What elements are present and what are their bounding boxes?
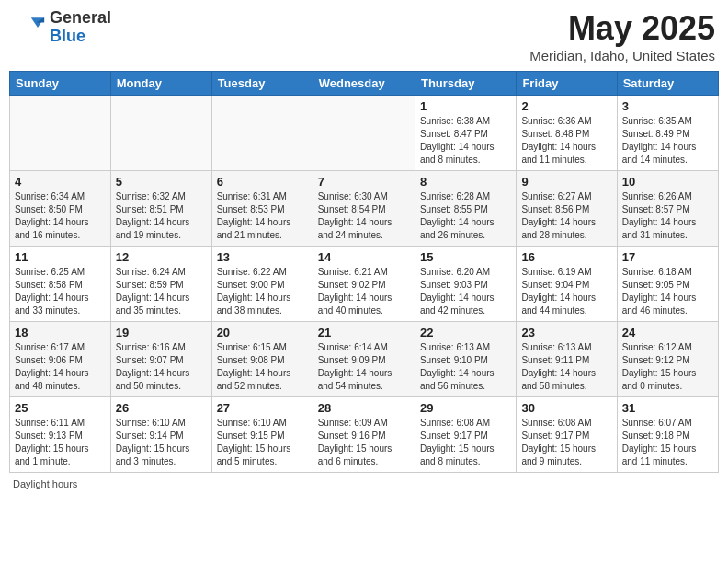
day-info: Sunrise: 6:19 AM Sunset: 9:04 PM Dayligh… xyxy=(521,266,611,317)
day-info: Sunrise: 6:07 AM Sunset: 9:18 PM Dayligh… xyxy=(622,417,713,468)
calendar-cell: 19Sunrise: 6:16 AM Sunset: 9:07 PM Dayli… xyxy=(110,322,211,397)
day-number: 21 xyxy=(318,326,410,339)
day-number: 23 xyxy=(521,326,611,339)
day-info: Sunrise: 6:27 AM Sunset: 8:56 PM Dayligh… xyxy=(521,190,611,242)
calendar-cell: 15Sunrise: 6:20 AM Sunset: 9:03 PM Dayli… xyxy=(415,247,516,322)
calendar-header-row: SundayMondayTuesdayWednesdayThursdayFrid… xyxy=(10,72,719,96)
day-number: 22 xyxy=(420,326,511,339)
day-number: 14 xyxy=(318,250,410,264)
day-info: Sunrise: 6:12 AM Sunset: 9:12 PM Dayligh… xyxy=(622,341,713,393)
day-number: 12 xyxy=(116,250,207,264)
calendar-week-row: 18Sunrise: 6:17 AM Sunset: 9:06 PM Dayli… xyxy=(10,322,719,397)
calendar-day-header: Saturday xyxy=(617,72,718,96)
calendar-cell: 27Sunrise: 6:10 AM Sunset: 9:15 PM Dayli… xyxy=(211,397,313,473)
day-info: Sunrise: 6:16 AM Sunset: 9:07 PM Dayligh… xyxy=(116,341,207,393)
calendar-day-header: Monday xyxy=(110,72,211,96)
day-number: 1 xyxy=(420,99,511,113)
day-number: 25 xyxy=(15,401,106,415)
logo-icon xyxy=(13,11,46,44)
calendar-day-header: Wednesday xyxy=(313,72,415,96)
calendar-cell: 6Sunrise: 6:31 AM Sunset: 8:53 PM Daylig… xyxy=(211,171,313,247)
day-number: 24 xyxy=(622,326,713,339)
calendar-cell: 23Sunrise: 6:13 AM Sunset: 9:11 PM Dayli… xyxy=(517,322,617,397)
day-info: Sunrise: 6:34 AM Sunset: 8:50 PM Dayligh… xyxy=(15,190,106,242)
day-info: Sunrise: 6:20 AM Sunset: 9:03 PM Dayligh… xyxy=(420,266,511,317)
day-info: Sunrise: 6:14 AM Sunset: 9:09 PM Dayligh… xyxy=(318,341,410,393)
calendar-day-header: Thursday xyxy=(415,72,516,96)
calendar-cell: 31Sunrise: 6:07 AM Sunset: 9:18 PM Dayli… xyxy=(617,397,718,473)
calendar-cell: 3Sunrise: 6:35 AM Sunset: 8:49 PM Daylig… xyxy=(617,96,718,171)
day-number: 2 xyxy=(521,99,611,113)
calendar-cell xyxy=(313,96,415,171)
day-number: 10 xyxy=(622,175,713,189)
calendar-day-header: Sunday xyxy=(10,72,111,96)
day-info: Sunrise: 6:08 AM Sunset: 9:17 PM Dayligh… xyxy=(521,417,611,468)
logo-general-text: General xyxy=(50,9,111,28)
calendar-cell: 9Sunrise: 6:27 AM Sunset: 8:56 PM Daylig… xyxy=(517,171,617,247)
calendar-cell: 4Sunrise: 6:34 AM Sunset: 8:50 PM Daylig… xyxy=(10,171,111,247)
title-block: May 2025 Meridian, Idaho, United States xyxy=(529,9,715,63)
day-number: 26 xyxy=(116,401,207,415)
day-info: Sunrise: 6:18 AM Sunset: 9:05 PM Dayligh… xyxy=(622,266,713,317)
day-info: Sunrise: 6:22 AM Sunset: 9:00 PM Dayligh… xyxy=(217,266,308,317)
day-number: 19 xyxy=(116,326,207,339)
calendar-cell: 12Sunrise: 6:24 AM Sunset: 8:59 PM Dayli… xyxy=(110,247,211,322)
footer-label: Daylight hours xyxy=(13,478,77,489)
day-info: Sunrise: 6:24 AM Sunset: 8:59 PM Dayligh… xyxy=(116,266,207,317)
calendar-cell: 20Sunrise: 6:15 AM Sunset: 9:08 PM Dayli… xyxy=(211,322,313,397)
day-info: Sunrise: 6:28 AM Sunset: 8:55 PM Dayligh… xyxy=(420,190,511,242)
day-number: 11 xyxy=(15,250,106,264)
calendar-cell: 21Sunrise: 6:14 AM Sunset: 9:09 PM Dayli… xyxy=(313,322,415,397)
day-info: Sunrise: 6:36 AM Sunset: 8:48 PM Dayligh… xyxy=(521,115,611,167)
day-info: Sunrise: 6:13 AM Sunset: 9:11 PM Dayligh… xyxy=(521,341,611,393)
day-info: Sunrise: 6:35 AM Sunset: 8:49 PM Dayligh… xyxy=(622,115,713,167)
day-number: 13 xyxy=(217,250,308,264)
day-info: Sunrise: 6:31 AM Sunset: 8:53 PM Dayligh… xyxy=(217,190,308,242)
calendar-week-row: 4Sunrise: 6:34 AM Sunset: 8:50 PM Daylig… xyxy=(10,171,719,247)
day-number: 3 xyxy=(622,99,713,113)
day-number: 29 xyxy=(420,401,511,415)
day-info: Sunrise: 6:32 AM Sunset: 8:51 PM Dayligh… xyxy=(116,190,207,242)
calendar-cell: 11Sunrise: 6:25 AM Sunset: 8:58 PM Dayli… xyxy=(10,247,111,322)
day-info: Sunrise: 6:30 AM Sunset: 8:54 PM Dayligh… xyxy=(318,190,410,242)
day-info: Sunrise: 6:17 AM Sunset: 9:06 PM Dayligh… xyxy=(15,341,106,393)
calendar-cell xyxy=(211,96,313,171)
day-number: 8 xyxy=(420,175,511,189)
day-info: Sunrise: 6:10 AM Sunset: 9:14 PM Dayligh… xyxy=(116,417,207,468)
calendar-cell: 22Sunrise: 6:13 AM Sunset: 9:10 PM Dayli… xyxy=(415,322,516,397)
day-info: Sunrise: 6:10 AM Sunset: 9:15 PM Dayligh… xyxy=(217,417,308,468)
day-number: 28 xyxy=(318,401,410,415)
day-number: 7 xyxy=(318,175,410,189)
calendar-cell xyxy=(110,96,211,171)
day-number: 6 xyxy=(217,175,308,189)
calendar-cell: 18Sunrise: 6:17 AM Sunset: 9:06 PM Dayli… xyxy=(10,322,111,397)
day-info: Sunrise: 6:21 AM Sunset: 9:02 PM Dayligh… xyxy=(318,266,410,317)
day-info: Sunrise: 6:26 AM Sunset: 8:57 PM Dayligh… xyxy=(622,190,713,242)
logo: General Blue xyxy=(13,9,111,46)
calendar-cell: 7Sunrise: 6:30 AM Sunset: 8:54 PM Daylig… xyxy=(313,171,415,247)
calendar-cell: 8Sunrise: 6:28 AM Sunset: 8:55 PM Daylig… xyxy=(415,171,516,247)
calendar-cell: 28Sunrise: 6:09 AM Sunset: 9:16 PM Dayli… xyxy=(313,397,415,473)
calendar-cell: 24Sunrise: 6:12 AM Sunset: 9:12 PM Dayli… xyxy=(617,322,718,397)
calendar-week-row: 11Sunrise: 6:25 AM Sunset: 8:58 PM Dayli… xyxy=(10,247,719,322)
calendar-cell: 30Sunrise: 6:08 AM Sunset: 9:17 PM Dayli… xyxy=(517,397,617,473)
day-number: 5 xyxy=(116,175,207,189)
day-number: 18 xyxy=(15,326,106,339)
calendar-cell: 25Sunrise: 6:11 AM Sunset: 9:13 PM Dayli… xyxy=(10,397,111,473)
day-info: Sunrise: 6:38 AM Sunset: 8:47 PM Dayligh… xyxy=(420,115,511,167)
calendar-cell: 14Sunrise: 6:21 AM Sunset: 9:02 PM Dayli… xyxy=(313,247,415,322)
day-number: 20 xyxy=(217,326,308,339)
calendar-cell: 26Sunrise: 6:10 AM Sunset: 9:14 PM Dayli… xyxy=(110,397,211,473)
calendar-week-row: 1Sunrise: 6:38 AM Sunset: 8:47 PM Daylig… xyxy=(10,96,719,171)
day-number: 30 xyxy=(521,401,611,415)
day-number: 15 xyxy=(420,250,511,264)
day-info: Sunrise: 6:25 AM Sunset: 8:58 PM Dayligh… xyxy=(15,266,106,317)
footer: Daylight hours xyxy=(9,478,719,489)
calendar-cell: 2Sunrise: 6:36 AM Sunset: 8:48 PM Daylig… xyxy=(517,96,617,171)
calendar-title: May 2025 xyxy=(529,9,715,48)
calendar-day-header: Tuesday xyxy=(211,72,313,96)
calendar-cell: 1Sunrise: 6:38 AM Sunset: 8:47 PM Daylig… xyxy=(415,96,516,171)
day-info: Sunrise: 6:11 AM Sunset: 9:13 PM Dayligh… xyxy=(15,417,106,468)
calendar-cell: 13Sunrise: 6:22 AM Sunset: 9:00 PM Dayli… xyxy=(211,247,313,322)
day-number: 31 xyxy=(622,401,713,415)
